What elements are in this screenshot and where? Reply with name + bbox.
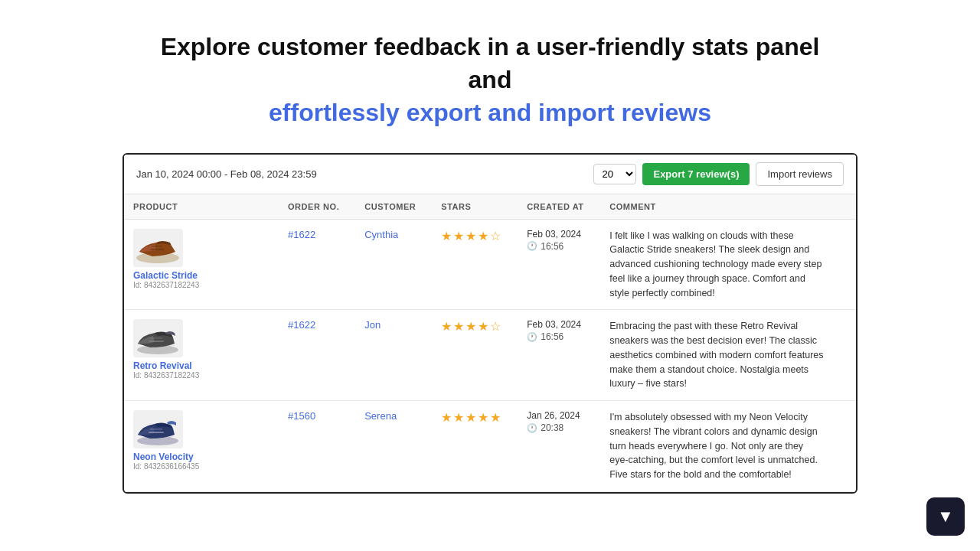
product-image [133, 229, 183, 267]
created-time: 🕐 16:56 [527, 241, 591, 252]
product-cell: Retro Revival Id: 8432637182243 [124, 310, 279, 401]
order-cell: #1560 [279, 401, 355, 492]
customer-link[interactable]: Cynthia [364, 229, 398, 240]
created-time: 🕐 20:38 [527, 422, 591, 433]
customer-cell: Serena [355, 401, 432, 492]
star-icon: ★ [490, 410, 501, 425]
import-button[interactable]: Import reviews [756, 162, 844, 186]
table-row: Galactic Stride Id: 8432637182243 #1622 … [124, 219, 856, 310]
star-icon: ★ [441, 410, 452, 425]
toolbar-actions: 20 10 50 100 Export 7 review(s) Import r… [593, 162, 844, 186]
col-order: ORDER NO. [279, 194, 355, 220]
created-at-cell: Feb 03, 2024 🕐 16:56 [518, 219, 600, 310]
created-at: Feb 03, 2024 🕐 16:56 [527, 319, 591, 342]
product-image [133, 410, 183, 448]
star-icon: ☆ [490, 319, 501, 334]
customer-link[interactable]: Serena [364, 410, 397, 422]
product-image [133, 319, 183, 357]
star-icon: ★ [478, 410, 488, 425]
created-at-cell: Feb 03, 2024 🕐 16:56 [518, 310, 600, 401]
star-icon: ★ [478, 319, 488, 334]
star-icon: ★ [478, 229, 488, 243]
clock-icon: 🕐 [527, 241, 537, 251]
table-header-row: PRODUCT ORDER NO. CUSTOMER STARS CREATED… [124, 194, 856, 220]
customer-cell: Cynthia [355, 219, 432, 310]
star-icon: ★ [466, 410, 476, 425]
svg-rect-1 [150, 249, 164, 250]
svg-rect-4 [149, 341, 164, 342]
product-cell: Neon Velocity Id: 8432636166435 [124, 401, 279, 492]
product-cell: Galactic Stride Id: 8432637182243 [124, 219, 279, 310]
order-link[interactable]: #1560 [288, 410, 315, 422]
stars-cell: ★★★★★ [432, 401, 518, 492]
star-icon: ★ [441, 229, 452, 243]
table-row: Retro Revival Id: 8432637182243 #1622 Jo… [124, 310, 856, 401]
created-at: Jan 26, 2024 🕐 20:38 [527, 410, 591, 433]
col-product: PRODUCT [124, 194, 279, 220]
svg-rect-7 [149, 432, 164, 433]
product-name: Retro Revival [133, 360, 192, 371]
star-icon: ★ [441, 319, 452, 334]
created-at-cell: Jan 26, 2024 🕐 20:38 [518, 401, 600, 492]
product-id: Id: 8432637182243 [133, 281, 199, 289]
reviews-panel: Jan 10, 2024 00:00 - Feb 08, 2024 23:59 … [122, 153, 858, 494]
order-link[interactable]: #1622 [288, 319, 315, 331]
order-link[interactable]: #1622 [288, 229, 315, 240]
star-icon: ★ [453, 319, 464, 334]
comment-text: I'm absolutely obsessed with my Neon Vel… [609, 410, 824, 482]
star-icon: ★ [453, 229, 464, 243]
svg-rect-2 [152, 246, 162, 247]
order-cell: #1622 [279, 219, 355, 310]
stars-container: ★★★★☆ [441, 319, 508, 334]
stars-container: ★★★★★ [441, 410, 508, 425]
comment-text: Embracing the past with these Retro Revi… [609, 319, 824, 391]
svg-rect-5 [150, 337, 162, 339]
comment-cell: I felt like I was walking on clouds with… [600, 219, 856, 310]
order-cell: #1622 [279, 310, 355, 401]
created-time: 🕐 16:56 [527, 331, 591, 342]
badge-icon: ▼ [937, 507, 954, 527]
hero-title: Explore customer feedback in a user-frie… [145, 31, 835, 130]
col-created: CREATED AT [518, 194, 600, 220]
product-name: Galactic Stride [133, 270, 198, 281]
customer-cell: Jon [355, 310, 432, 401]
export-button[interactable]: Export 7 review(s) [642, 163, 750, 185]
reviews-table: PRODUCT ORDER NO. CUSTOMER STARS CREATED… [124, 194, 856, 492]
product-name: Neon Velocity [133, 452, 194, 462]
created-date: Jan 26, 2024 [527, 410, 591, 421]
svg-rect-8 [150, 429, 162, 430]
comment-cell: Embracing the past with these Retro Revi… [600, 310, 856, 401]
col-stars: STARS [432, 194, 518, 220]
comment-text: I felt like I was walking on clouds with… [609, 229, 824, 301]
col-customer: CUSTOMER [355, 194, 432, 220]
product-id: Id: 8432636166435 [133, 462, 199, 471]
customer-link[interactable]: Jon [364, 319, 381, 331]
stars-cell: ★★★★☆ [432, 310, 518, 401]
clock-icon: 🕐 [527, 332, 537, 342]
star-icon: ★ [466, 229, 476, 243]
stars-container: ★★★★☆ [441, 229, 508, 243]
clock-icon: 🕐 [527, 423, 537, 433]
created-at: Feb 03, 2024 🕐 16:56 [527, 229, 591, 252]
star-icon: ★ [453, 410, 464, 425]
created-date: Feb 03, 2024 [527, 319, 591, 330]
comment-cell: I'm absolutely obsessed with my Neon Vel… [600, 401, 856, 492]
star-icon: ☆ [490, 229, 501, 243]
table-row: Neon Velocity Id: 8432636166435 #1560 Se… [124, 401, 856, 492]
per-page-select[interactable]: 20 10 50 100 [593, 164, 636, 184]
product-id: Id: 8432637182243 [133, 371, 199, 380]
col-comment: COMMENT [600, 194, 856, 220]
star-icon: ★ [466, 319, 476, 334]
stars-cell: ★★★★☆ [432, 219, 518, 310]
app-badge: ▼ [926, 497, 965, 536]
panel-toolbar: Jan 10, 2024 00:00 - Feb 08, 2024 23:59 … [124, 155, 856, 194]
date-range: Jan 10, 2024 00:00 - Feb 08, 2024 23:59 [136, 168, 317, 180]
created-date: Feb 03, 2024 [527, 229, 591, 240]
